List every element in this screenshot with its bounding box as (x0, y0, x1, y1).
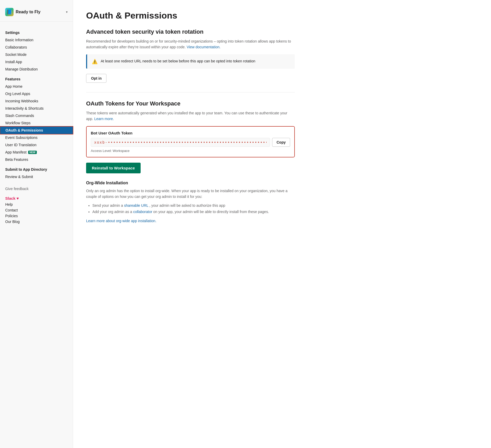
sidebar-item-oauth-permissions[interactable]: OAuth & Permissions (0, 127, 73, 134)
footer-item-help[interactable]: Help (0, 202, 73, 207)
copy-button[interactable]: Copy (272, 138, 290, 147)
bullet-2-text-after: on your app, your admin will be able to … (153, 210, 269, 214)
bullet-1-text-after: , your admin will be asked to authorize … (149, 203, 225, 208)
app-name: Ready to Fly (16, 10, 64, 14)
sidebar-item-app-manifest[interactable]: App ManifestNEW (0, 149, 73, 156)
org-wide-title: Org-Wide Installation (86, 181, 295, 185)
oauth-tokens-section: OAuth Tokens for Your Workspace These to… (86, 100, 295, 223)
footer-nav: HelpContactPoliciesOur Blog (0, 202, 73, 225)
sidebar-item-workflow-steps[interactable]: Workflow Steps (0, 119, 73, 127)
shareable-url-link[interactable]: shareable URL (124, 203, 148, 208)
bot-token-box: Bot User OAuth Token Copy Access Level: … (86, 126, 295, 157)
redirect-url-warning-text: At least one redirect URL needs to be se… (101, 58, 255, 64)
footer-item-contact[interactable]: Contact (0, 207, 73, 213)
sidebar-item-collaborators[interactable]: Collaborators (0, 44, 73, 51)
slack-logo: Slack ♥ (5, 196, 68, 201)
org-learn-more-link[interactable]: Learn more about org-wide app installati… (86, 219, 156, 223)
token-security-section: Advanced token security via token rotati… (86, 28, 295, 83)
oauth-tokens-title: OAuth Tokens for Your Workspace (86, 100, 295, 107)
give-feedback-link[interactable]: Give feedback (0, 185, 73, 193)
opt-in-button[interactable]: Opt in (86, 74, 106, 83)
sidebar: 📘 Ready to Fly ▾ Settings Basic Informat… (0, 0, 73, 448)
token-security-desc: Recommended for developers building on o… (86, 38, 295, 50)
sidebar-item-basic-information[interactable]: Basic Information (0, 36, 73, 44)
bullet-item-1: Send your admin a shareable URL , your a… (92, 203, 295, 209)
footer-item-policies[interactable]: Policies (0, 213, 73, 219)
bullet-item-2: Add your org admin as a collaborator on … (92, 209, 295, 215)
sidebar-item-socket-mode[interactable]: Socket Mode (0, 51, 73, 58)
bot-token-input[interactable] (91, 138, 270, 147)
sidebar-item-incoming-webhooks[interactable]: Incoming Webhooks (0, 97, 73, 105)
sidebar-item-org-level-apps[interactable]: Org Level Apps (0, 90, 73, 97)
slack-section: Slack ♥ (0, 194, 73, 202)
bot-token-label: Bot User OAuth Token (91, 131, 290, 135)
sidebar-item-slash-commands[interactable]: Slash Commands (0, 112, 73, 119)
reinstall-button[interactable]: Reinstall to Workspace (86, 163, 141, 173)
page-title: OAuth & Permissions (86, 10, 295, 21)
sidebar-item-event-subscriptions[interactable]: Event Subscriptions (0, 134, 73, 141)
footer-item-our-blog[interactable]: Our Blog (0, 219, 73, 225)
access-level-label: Access Level: Workspace (91, 149, 290, 153)
redirect-url-warning-box: ⚠️ At least one redirect URL needs to be… (86, 54, 295, 69)
app-icon: 📘 (5, 8, 14, 16)
token-security-title: Advanced token security via token rotati… (86, 28, 295, 35)
sidebar-item-app-home[interactable]: App Home (0, 83, 73, 90)
submit-section-label: Submit to App Directory (0, 166, 73, 173)
section-divider (86, 92, 295, 92)
sidebar-item-review-submit[interactable]: Review & Submit (0, 173, 73, 180)
main-content: OAuth & Permissions Advanced token secur… (73, 0, 308, 448)
submit-nav: Review & Submit (0, 173, 73, 180)
oauth-tokens-desc: These tokens were automatically generate… (86, 110, 295, 122)
org-learn-more-suffix: about org-wide app installation. (106, 219, 156, 223)
chevron-down-icon: ▾ (66, 10, 68, 14)
settings-nav: Basic InformationCollaboratorsSocket Mod… (0, 36, 73, 73)
sidebar-item-user-id-translation[interactable]: User ID Translation (0, 141, 73, 149)
learn-more-link[interactable]: Learn more. (94, 117, 114, 121)
sidebar-item-manage-distribution[interactable]: Manage Distribution (0, 66, 73, 73)
sidebar-item-interactivity-shortcuts[interactable]: Interactivity & Shortcuts (0, 105, 73, 112)
token-input-row: Copy (91, 138, 290, 147)
features-nav: App HomeOrg Level AppsIncoming WebhooksI… (0, 83, 73, 163)
warning-icon: ⚠️ (92, 59, 98, 64)
bullet-2-text-before: Add your org admin as a (92, 210, 133, 214)
sidebar-item-beta-features[interactable]: Beta Features (0, 156, 73, 163)
settings-section-label: Settings (0, 29, 73, 36)
org-wide-section: Org-Wide Installation Only an org admin … (86, 181, 295, 223)
bullet-1-text-before: Send your admin a (92, 203, 124, 208)
org-wide-desc: Only an org admin has the option to inst… (86, 188, 295, 200)
sidebar-item-install-app[interactable]: Install App (0, 58, 73, 66)
org-wide-bullets: Send your admin a shareable URL , your a… (86, 203, 295, 215)
app-selector[interactable]: 📘 Ready to Fly ▾ (0, 5, 73, 22)
collaborator-link[interactable]: collaborator (133, 210, 152, 214)
features-section-label: Features (0, 75, 73, 83)
view-documentation-link[interactable]: View documentation. (187, 45, 221, 49)
